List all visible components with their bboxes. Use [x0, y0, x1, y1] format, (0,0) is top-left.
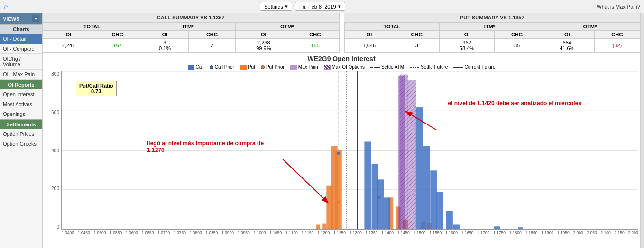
x-label-4: 1.0550: [110, 230, 122, 235]
x-label-30: 1.1850: [525, 230, 537, 235]
sidebar-item-open-interest[interactable]: Open Interest: [0, 89, 42, 99]
sidebar-item-openings[interactable]: Openings: [0, 109, 42, 119]
legend-current-future-label: Current Future: [464, 64, 495, 70]
legend-current-future: Current Future: [453, 64, 495, 70]
call-itm-oi-header: OI: [141, 31, 189, 39]
x-label-2: 1.0450: [78, 230, 90, 235]
put-summary-title: PUT SUMMARY VS 1.1357: [344, 13, 641, 22]
x-label-10: 1.0850: [205, 230, 218, 235]
sidebar-item-oi-max-pain[interactable]: OI - Max Pain: [0, 70, 42, 80]
put-itm-oi-header: OI: [440, 31, 494, 39]
call-otm-oi-header: OI: [236, 31, 292, 39]
x-label-6: 1.0650: [142, 230, 154, 235]
x-label-26: 1.1650: [461, 230, 474, 235]
put-itm-oi-val: 96258.4%: [440, 39, 494, 53]
charts-section-label: Charts: [0, 24, 42, 34]
y-label-400: 400: [51, 148, 59, 153]
legend-max-oi-label: Max OI Options: [332, 64, 365, 70]
put-summary-table: TOTAL ITM* OTM* OI CHG OI CHG OI CHG: [344, 22, 641, 53]
sidebar-item-option-greeks[interactable]: Option Greeks: [0, 139, 42, 149]
top-bar-controls: Settings ▾ Fri, Feb 8, 2019 ▾: [260, 2, 345, 11]
svg-point-27: [337, 152, 340, 155]
x-label-27: 1.1700: [477, 230, 489, 235]
chart-legend: Call Call Prior Put Put Prior: [45, 64, 638, 70]
svg-rect-10: [335, 150, 342, 229]
date-button[interactable]: Fri, Feb 8, 2019 ▾: [295, 2, 345, 11]
content-area: CALL SUMMARY VS 1.1357 TOTAL ITM* OTM* O…: [43, 13, 640, 248]
chart-plot: Put/Call Ratio 0.73 llegó al nivel más i…: [61, 71, 638, 230]
call-itm-chg-val: 2: [189, 39, 236, 53]
oi-reports-section-label[interactable]: OI Reports: [0, 80, 42, 89]
settings-label: Settings: [264, 4, 283, 9]
put-total-oi-val: 1,646: [344, 39, 394, 53]
svg-rect-12: [322, 224, 326, 229]
put-total-oi-header: OI: [344, 31, 394, 39]
x-label-3: 1.0500: [93, 230, 106, 235]
x-label-22: 1.1450: [397, 230, 410, 235]
settle-atm-line: [370, 67, 380, 68]
call-total-chg-val: 167: [94, 39, 141, 53]
views-header: VIEWS ▾: [0, 13, 42, 24]
put-itm-header: ITM*: [440, 23, 540, 31]
call-summary-table: TOTAL ITM* OTM* OI CHG OI CHG OI CHG: [43, 22, 339, 53]
put-summary-section: PUT SUMMARY VS 1.1357 TOTAL ITM* OTM* OI…: [344, 13, 641, 53]
put-otm-oi-header: OI: [540, 31, 594, 39]
chart-title: WE2G9 Open Interest: [45, 55, 638, 62]
x-label-20: 1.1350: [365, 230, 377, 235]
legend-max-pain: Max Pain: [290, 64, 318, 70]
legend-settle-atm: Settle ATM: [370, 64, 404, 70]
call-itm-chg-header: CHG: [189, 31, 236, 39]
sidebar-item-oi-compare[interactable]: OI - Compare: [0, 44, 42, 54]
chart-inner: 800 600 400 200 0 Put/Call Ratio 0.73: [45, 71, 638, 230]
put-otm-chg-val: (32): [594, 39, 640, 53]
put-itm-chg-header: CHG: [494, 31, 540, 39]
sidebar-item-option-prices[interactable]: Option Prices: [0, 129, 42, 139]
sidebar-item-most-actives[interactable]: Most Actives: [0, 99, 42, 109]
call-summary-section: CALL SUMMARY VS 1.1357 TOTAL ITM* OTM* O…: [43, 13, 340, 53]
sidebar-item-oichg-volume[interactable]: OIChg / Volume: [0, 54, 42, 70]
x-label-9: 1.0800: [190, 230, 202, 235]
x-label-12: 1.0950: [238, 230, 250, 235]
x-label-7: 1.0700: [157, 230, 170, 235]
call-itm-header: ITM*: [141, 23, 235, 31]
settings-chevron-icon: ▾: [285, 3, 288, 9]
legend-max-oi-options: Max OI Options: [324, 64, 365, 70]
call-otm-header: OTM*: [236, 23, 339, 31]
put-total-chg-val: 3: [394, 39, 440, 53]
x-label-37: 2.200: [628, 230, 638, 235]
svg-rect-30: [430, 170, 437, 229]
scrollbar-right[interactable]: [640, 13, 644, 248]
svg-rect-28: [416, 107, 423, 229]
settlements-section-label[interactable]: Settlements: [0, 119, 42, 129]
x-label-24: 1.1550: [429, 230, 442, 235]
put-prior-dot: [261, 65, 265, 69]
call-itm-pct: 0.1%: [159, 45, 171, 51]
views-arrow-button[interactable]: ▾: [32, 15, 39, 22]
legend-put-label: Put: [248, 64, 255, 70]
x-label-34: 2.050: [587, 230, 597, 235]
call-otm-oi-val: 2,23899.9%: [236, 39, 292, 53]
svg-rect-20: [377, 179, 384, 229]
chart-with-axes: 800 600 400 200 0 Put/Call Ratio 0.73: [45, 71, 638, 235]
svg-point-37: [377, 196, 380, 199]
legend-call: Call: [188, 64, 204, 70]
home-icon[interactable]: ⌂: [4, 2, 9, 11]
svg-rect-25: [408, 80, 416, 229]
legend-max-pain-label: Max Pain: [298, 64, 318, 70]
x-label-35: 2.100: [600, 230, 610, 235]
y-label-800: 800: [51, 71, 59, 77]
svg-point-36: [337, 201, 340, 204]
svg-rect-11: [316, 224, 320, 229]
svg-rect-18: [364, 141, 371, 229]
x-label-32: 1.1950: [557, 230, 570, 235]
help-link[interactable]: What is Max Pain?: [597, 4, 640, 9]
put-total-header: TOTAL: [344, 23, 440, 31]
call-summary-row: 2,241 167 30.1% 2 2,23899.9% 165: [43, 39, 339, 53]
sidebar-item-oi-detail[interactable]: OI - Detail: [0, 34, 42, 44]
x-label-11: 1.0900: [221, 230, 234, 235]
settings-button[interactable]: Settings ▾: [260, 2, 292, 11]
svg-rect-33: [453, 224, 460, 229]
svg-line-38: [283, 159, 327, 202]
call-otm-chg-val: 165: [292, 39, 339, 53]
legend-call-prior-label: Call Prior: [215, 64, 234, 70]
